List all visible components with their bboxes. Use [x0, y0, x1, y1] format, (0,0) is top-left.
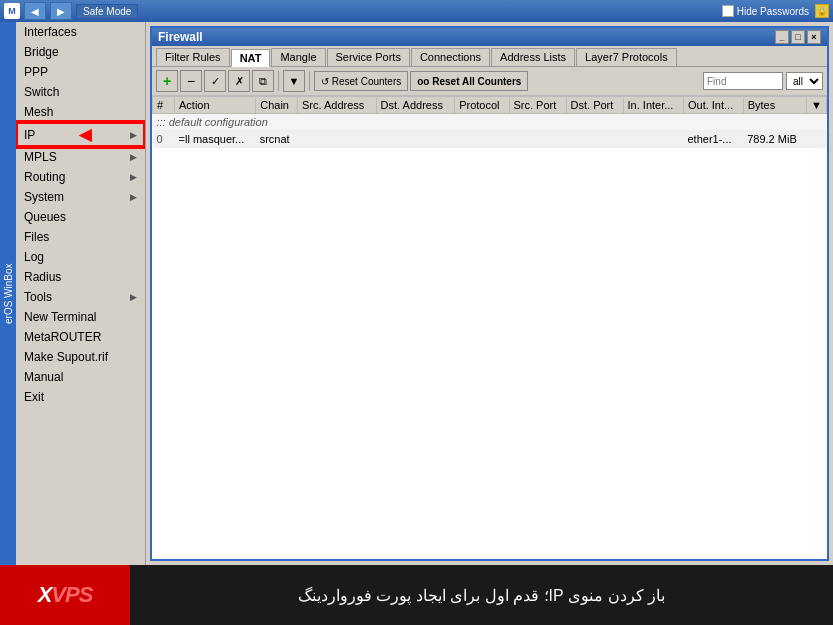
sidebar-item-interfaces[interactable]: Interfaces: [16, 22, 145, 42]
top-bar-right: ✓ Hide Passwords 🔒: [722, 4, 829, 18]
reset-counters-button[interactable]: ↺ Reset Counters: [314, 71, 408, 91]
tab-nat[interactable]: NAT: [231, 49, 271, 67]
firewall-titlebar: Firewall _ □ ×: [152, 28, 827, 46]
sidebar-item-label: System: [24, 190, 64, 204]
sidebar-item-label: Manual: [24, 370, 63, 384]
lock-icon: 🔒: [815, 4, 829, 18]
nat-table: # Action Chain Src. Address Dst. Address…: [152, 96, 827, 148]
xvps-logo: XVPS: [0, 565, 130, 625]
col-num: #: [153, 97, 175, 114]
table-header-row: # Action Chain Src. Address Dst. Address…: [153, 97, 827, 114]
cell-src-address: [298, 131, 377, 148]
col-protocol: Protocol: [455, 97, 509, 114]
col-extra: ▼: [807, 97, 827, 114]
sidebar-item-new-terminal[interactable]: New Terminal: [16, 307, 145, 327]
sidebar-item-label: PPP: [24, 65, 48, 79]
sidebar-item-mesh[interactable]: Mesh: [16, 102, 145, 122]
cell-out-int: ether1-...: [683, 131, 743, 148]
firewall-title: Firewall: [158, 30, 203, 44]
titlebar-buttons: _ □ ×: [775, 30, 821, 44]
hide-passwords-checkbox[interactable]: ✓: [722, 5, 734, 17]
hide-passwords-section: ✓ Hide Passwords: [722, 5, 809, 17]
sidebar-item-label: Switch: [24, 85, 59, 99]
sidebar-item-manual[interactable]: Manual: [16, 367, 145, 387]
check-button[interactable]: ✓: [204, 70, 226, 92]
content-area: Firewall _ □ × Filter Rules NAT Mangle S…: [146, 22, 833, 565]
sidebar-item-log[interactable]: Log: [16, 247, 145, 267]
close-button[interactable]: ×: [807, 30, 821, 44]
sidebar-item-metarouter[interactable]: MetaROUTER: [16, 327, 145, 347]
submenu-arrow-icon: ▶: [130, 130, 137, 140]
tab-address-lists[interactable]: Address Lists: [491, 48, 575, 66]
logo-vps: VPS: [51, 582, 92, 608]
arrow-red-icon: ◀: [79, 125, 91, 144]
cell-protocol: [455, 131, 509, 148]
submenu-arrow-icon: ▶: [130, 192, 137, 202]
group-label: ::: default configuration: [153, 114, 827, 131]
hide-passwords-label: Hide Passwords: [737, 6, 809, 17]
sidebar-item-bridge[interactable]: Bridge: [16, 42, 145, 62]
safe-mode-label: Safe Mode: [76, 4, 138, 19]
find-input[interactable]: [703, 72, 783, 90]
sidebar-item-ip[interactable]: IP ◀ ▶: [16, 122, 145, 147]
sidebar-item-label: MetaROUTER: [24, 330, 101, 344]
col-src-address: Src. Address: [298, 97, 377, 114]
sidebar-item-label: Routing: [24, 170, 65, 184]
minimize-button[interactable]: _: [775, 30, 789, 44]
branding-bar: XVPS باز کردن منوی IP؛ قدم اول برای ایجا…: [0, 565, 833, 625]
maximize-button[interactable]: □: [791, 30, 805, 44]
forward-button[interactable]: ▶: [50, 2, 72, 20]
sidebar-item-switch[interactable]: Switch: [16, 82, 145, 102]
copy-button[interactable]: ⧉: [252, 70, 274, 92]
top-bar: M ◀ ▶ Safe Mode ✓ Hide Passwords 🔒: [0, 0, 833, 22]
tab-filter-rules[interactable]: Filter Rules: [156, 48, 230, 66]
sidebar-item-make-supout[interactable]: Make Supout.rif: [16, 347, 145, 367]
cell-bytes: 789.2 MiB: [743, 131, 806, 148]
sidebar-item-label: Interfaces: [24, 25, 77, 39]
tab-mangle[interactable]: Mangle: [271, 48, 325, 66]
tab-layer7[interactable]: Layer7 Protocols: [576, 48, 677, 66]
col-action: Action: [175, 97, 256, 114]
sidebar-item-routing[interactable]: Routing ▶: [16, 167, 145, 187]
sidebar-item-mpls[interactable]: MPLS ▶: [16, 147, 145, 167]
back-button[interactable]: ◀: [24, 2, 46, 20]
sidebar-item-radius[interactable]: Radius: [16, 267, 145, 287]
sidebar-item-queues[interactable]: Queues: [16, 207, 145, 227]
cell-extra: [807, 131, 827, 148]
table-group-row: ::: default configuration: [153, 114, 827, 131]
sidebar-item-label: MPLS: [24, 150, 57, 164]
sidebar-item-label: Tools: [24, 290, 52, 304]
cell-num: 0: [153, 131, 175, 148]
sidebar-item-system[interactable]: System ▶: [16, 187, 145, 207]
add-button[interactable]: +: [156, 70, 178, 92]
reset-all-counters-button[interactable]: oo Reset All Counters: [410, 71, 528, 91]
toolbar: + − ✓ ✗ ⧉ ▼ ↺ Reset Counters oo Reset Al…: [152, 67, 827, 96]
sidebar-item-label: Log: [24, 250, 44, 264]
tab-service-ports[interactable]: Service Ports: [327, 48, 410, 66]
cell-dst-address: [376, 131, 455, 148]
table-row[interactable]: 0 =ll masquer... srcnat ether1-... 789.2…: [153, 131, 827, 148]
sidebar-item-label: Queues: [24, 210, 66, 224]
cell-in-inter: [623, 131, 683, 148]
main-layout: erOS WinBox Interfaces Bridge PPP Switch…: [0, 22, 833, 565]
sidebar-item-label: Bridge: [24, 45, 59, 59]
toolbar-separator: [278, 71, 279, 91]
sidebar-item-ppp[interactable]: PPP: [16, 62, 145, 82]
filter-button[interactable]: ▼: [283, 70, 305, 92]
cell-src-port: [509, 131, 566, 148]
table-container: # Action Chain Src. Address Dst. Address…: [152, 96, 827, 559]
sidebar-item-tools[interactable]: Tools ▶: [16, 287, 145, 307]
app-logo: M: [4, 3, 20, 19]
sidebar-item-files[interactable]: Files: [16, 227, 145, 247]
uncheck-button[interactable]: ✗: [228, 70, 250, 92]
remove-button[interactable]: −: [180, 70, 202, 92]
find-select[interactable]: all: [786, 72, 823, 90]
cell-action: =ll masquer...: [175, 131, 256, 148]
sidebar-item-exit[interactable]: Exit: [16, 387, 145, 407]
tab-connections[interactable]: Connections: [411, 48, 490, 66]
col-chain: Chain: [256, 97, 298, 114]
sidebar-wrapper: erOS WinBox Interfaces Bridge PPP Switch…: [0, 22, 146, 565]
col-out-int: Out. Int...: [683, 97, 743, 114]
cell-dst-port: [566, 131, 623, 148]
submenu-arrow-icon: ▶: [130, 172, 137, 182]
